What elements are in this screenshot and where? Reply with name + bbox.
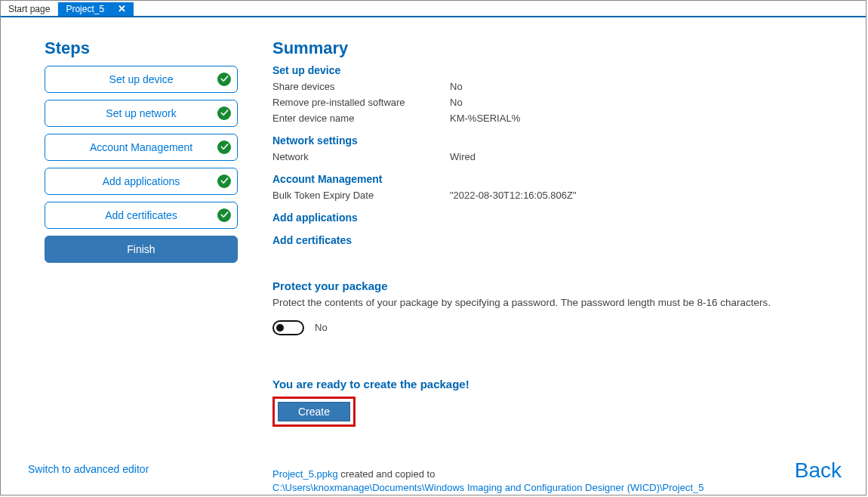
check-icon <box>217 140 231 154</box>
step-finish: Finish <box>45 236 238 263</box>
summary-row: Network Wired <box>272 151 843 162</box>
tab-label: Start page <box>8 4 50 14</box>
close-icon[interactable]: ✕ <box>118 3 126 14</box>
step-account-management[interactable]: Account Management <box>45 134 238 161</box>
section-heading-device: Set up device <box>272 64 843 76</box>
summary-value: No <box>450 81 463 92</box>
result-mid: created and copied to <box>338 468 436 480</box>
switch-to-advanced-editor[interactable]: Switch to advanced editor <box>28 463 149 475</box>
check-icon <box>217 208 231 222</box>
summary-key: Share devices <box>272 81 450 92</box>
step-add-applications[interactable]: Add applications <box>45 168 238 195</box>
summary-value: KM-%SERIAL% <box>450 113 520 124</box>
check-icon <box>217 174 231 188</box>
summary-row: Share devices No <box>272 81 843 92</box>
step-set-up-device[interactable]: Set up device <box>45 66 238 93</box>
back-button[interactable]: Back <box>795 458 842 483</box>
summary-value: No <box>450 97 463 108</box>
tab-project[interactable]: Project_5 ✕ <box>58 2 134 16</box>
summary-value: Wired <box>450 151 476 162</box>
result-text: Project_5.ppkg created and copied to C:\… <box>272 468 843 495</box>
section-heading-account: Account Management <box>272 173 843 185</box>
tab-bar: Start page Project_5 ✕ <box>1 1 866 17</box>
summary-row: Enter device name KM-%SERIAL% <box>272 113 843 124</box>
step-add-certificates[interactable]: Add certificates <box>45 202 238 229</box>
ready-heading: You are ready to create the package! <box>272 378 843 390</box>
summary-row: Remove pre-installed software No <box>272 97 843 108</box>
summary-key: Network <box>272 151 450 162</box>
result-path: C:\Users\knoxmanage\Documents\Windows Im… <box>272 482 704 493</box>
summary-key: Bulk Token Expiry Date <box>272 190 450 201</box>
protect-toggle[interactable] <box>272 320 304 335</box>
step-label: Add applications <box>103 175 180 187</box>
create-button[interactable]: Create <box>278 402 350 421</box>
check-icon <box>217 73 231 86</box>
step-label: Finish <box>127 243 155 255</box>
section-heading-certs: Add certificates <box>272 234 843 246</box>
summary-title: Summary <box>272 39 843 58</box>
protect-description: Protect the contents of your package by … <box>272 297 843 308</box>
section-heading-network: Network settings <box>272 134 843 147</box>
summary-key: Remove pre-installed software <box>272 97 450 108</box>
section-heading-apps: Add applications <box>272 211 843 224</box>
step-set-up-network[interactable]: Set up network <box>45 100 238 127</box>
steps-title: Steps <box>45 39 250 58</box>
summary-row: Bulk Token Expiry Date "2022-08-30T12:16… <box>272 190 843 201</box>
tab-start-page[interactable]: Start page <box>1 2 58 16</box>
check-icon <box>217 106 231 120</box>
create-highlight: Create <box>272 397 356 427</box>
protect-toggle-label: No <box>315 322 328 333</box>
step-label: Account Management <box>90 141 192 153</box>
summary-value: "2022-08-30T12:16:05.806Z" <box>450 190 577 201</box>
step-label: Add certificates <box>105 209 177 221</box>
summary-key: Enter device name <box>272 113 450 124</box>
tab-label: Project_5 <box>66 4 110 14</box>
step-label: Set up device <box>109 73 174 85</box>
step-label: Set up network <box>106 107 176 119</box>
result-file: Project_5.ppkg <box>272 468 338 480</box>
protect-heading: Protect your package <box>272 279 843 292</box>
